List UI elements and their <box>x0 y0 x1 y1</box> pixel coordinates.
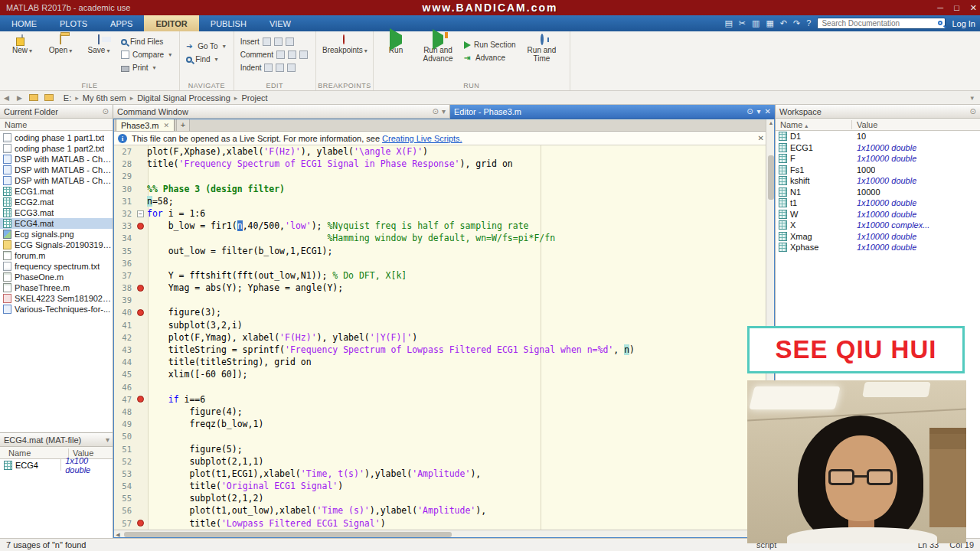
breakpoint-gutter[interactable] <box>134 480 147 492</box>
breakpoint-gutter[interactable] <box>134 331 147 344</box>
code-line[interactable]: 45 xlim([-60 60]); <box>113 368 766 380</box>
goto-button[interactable]: ➔Go To <box>186 41 226 51</box>
code-line[interactable]: 29 <box>113 170 766 182</box>
up-folder-icon[interactable] <box>44 94 54 101</box>
line-number[interactable]: 46 <box>113 381 134 393</box>
workspace-column-header[interactable]: Name▴ Value <box>776 119 980 131</box>
close-icon[interactable]: ✕ <box>970 3 977 13</box>
editor-menu-icon[interactable]: ⊙ <box>746 107 753 116</box>
ribbon-tab-home[interactable]: HOME <box>0 15 48 31</box>
close-tab-icon[interactable] <box>164 122 170 129</box>
breakpoint-gutter[interactable] <box>134 294 147 306</box>
line-number[interactable]: 39 <box>113 294 134 306</box>
code-line[interactable]: 50 <box>113 430 766 442</box>
code-line[interactable]: 40 figure(3); <box>113 306 766 318</box>
indent-left-icon[interactable] <box>287 64 296 72</box>
browse-folder-icon[interactable] <box>29 94 38 101</box>
breakpoint-gutter[interactable] <box>134 145 147 158</box>
workspace-row[interactable]: Fs11000 <box>776 165 980 176</box>
pane-menu-icon[interactable]: ⊙ <box>103 107 109 116</box>
editor-close-icon[interactable]: ✕ <box>765 107 771 116</box>
line-number[interactable]: 52 <box>113 455 134 468</box>
code-line[interactable]: 54 title('Original ECG1 Signal') <box>113 480 766 492</box>
line-number[interactable]: 36 <box>113 257 134 269</box>
file-item[interactable]: ECG2.mat <box>0 197 113 207</box>
line-number[interactable]: 48 <box>113 406 134 418</box>
ribbon-tab-apps[interactable]: APPS <box>99 15 144 31</box>
line-number[interactable]: 55 <box>113 492 134 504</box>
forward-icon[interactable]: ▶ <box>13 94 26 102</box>
code-line[interactable]: 43 titleString = sprintf('Frequency Spec… <box>113 344 766 356</box>
file-item[interactable]: DSP with MATLAB - Cha... <box>0 165 113 175</box>
file-item[interactable]: ECG1.mat <box>0 186 113 197</box>
file-item[interactable]: frequency spectrum.txt <box>0 261 113 272</box>
file-item[interactable]: DSP with MATLAB - Cha... <box>0 154 113 165</box>
code-line[interactable]: 34 %Hamming window by default, wn=W/fs=p… <box>113 232 766 244</box>
code-line[interactable]: 33 b_low = fir1(n,40/500,'low'); %Nyquis… <box>113 220 766 232</box>
code-line[interactable]: 31n=58; <box>113 195 766 207</box>
line-number[interactable]: 38 <box>113 282 134 294</box>
code-line[interactable]: 39 <box>113 294 766 306</box>
line-number[interactable]: 49 <box>113 418 134 430</box>
workspace-row[interactable]: F1x10000 double <box>776 153 980 165</box>
line-number[interactable]: 32 <box>113 207 134 220</box>
breakpoints-button[interactable]: Breakpoints <box>322 34 365 55</box>
line-number[interactable]: 51 <box>113 443 134 455</box>
breakpoint-gutter[interactable] <box>134 282 147 294</box>
file-item[interactable]: ECG Signals-20190319.zip <box>0 240 113 250</box>
run-section-button[interactable]: Run Section <box>464 40 515 50</box>
ribbon-tab-view[interactable]: VIEW <box>258 15 302 31</box>
breadcrumb-item[interactable]: My 6th sem <box>80 93 129 103</box>
workspace-value-column[interactable]: Value <box>852 120 877 129</box>
workspace-row[interactable]: kshift1x10000 double <box>776 175 980 187</box>
indent-right-icon[interactable] <box>276 64 284 72</box>
file-item[interactable]: PhaseOne.m <box>0 272 113 282</box>
search-icon[interactable] <box>938 21 942 25</box>
save-button[interactable]: Save <box>83 34 115 55</box>
line-number[interactable]: 30 <box>113 183 134 195</box>
breakpoint-gutter[interactable] <box>134 430 147 442</box>
tab-phase3[interactable]: Phase3.m <box>116 119 175 131</box>
smart-indent-icon[interactable] <box>264 64 273 72</box>
line-number[interactable]: 56 <box>113 504 134 517</box>
line-number[interactable]: 41 <box>113 319 134 331</box>
copy-icon[interactable]: ▥ <box>752 15 760 31</box>
paste-icon[interactable]: ▦ <box>766 15 773 31</box>
line-number[interactable]: 57 <box>113 517 134 530</box>
workspace-row[interactable]: ECG11x10000 double <box>776 142 980 154</box>
breakpoint-marker[interactable] <box>137 520 144 527</box>
line-number[interactable]: 27 <box>113 145 134 158</box>
breakpoint-gutter[interactable] <box>134 195 147 207</box>
code-line[interactable]: 27plot(F,Xphase),xlabel('F(Hz)'), ylabel… <box>113 145 766 158</box>
new-tab-button[interactable]: + <box>176 119 190 131</box>
breakpoint-gutter[interactable] <box>134 381 147 393</box>
help-icon[interactable]: ? <box>806 15 811 31</box>
breakpoint-gutter[interactable] <box>134 170 147 182</box>
line-number[interactable]: 54 <box>113 480 134 492</box>
code-line[interactable]: 44 title(titleString), grid on <box>113 356 766 368</box>
file-item[interactable]: coding phase 1 part2.txt <box>0 143 113 154</box>
breakpoint-gutter[interactable] <box>134 158 147 170</box>
code-line[interactable]: 28title('Frequency Spectrum of ECG1 Sign… <box>113 158 766 170</box>
breakpoint-gutter[interactable] <box>134 504 147 517</box>
code-line[interactable]: 37 Y = fftshift(fft(out_low,N1)); % Do D… <box>113 269 766 282</box>
breakpoint-gutter[interactable] <box>134 443 147 455</box>
uncomment-icon[interactable] <box>288 51 296 59</box>
line-number[interactable]: 42 <box>113 331 134 344</box>
breakpoint-gutter[interactable] <box>134 418 147 430</box>
workspace-row[interactable]: Xphase1x10000 double <box>776 242 980 253</box>
code-line[interactable]: 38 Ymag = abs(Y); Yphase = angle(Y); <box>113 282 766 294</box>
line-number[interactable]: 29 <box>113 170 134 182</box>
breakpoint-gutter[interactable] <box>134 257 147 269</box>
breakpoint-gutter[interactable] <box>134 344 147 356</box>
login-button[interactable]: Log In <box>952 19 975 28</box>
breakpoint-gutter[interactable] <box>134 269 147 282</box>
code-line[interactable]: 53 plot(t1,ECG1),xlabel('Time, t(s)'),yl… <box>113 468 766 480</box>
horizontal-scroll-thumb[interactable] <box>124 532 452 537</box>
ribbon-tab-publish[interactable]: PUBLISH <box>199 15 258 31</box>
comment-button[interactable]: Comment <box>240 50 308 60</box>
file-item[interactable]: PhaseThree.m <box>0 282 113 293</box>
breakpoint-gutter[interactable] <box>134 406 147 418</box>
file-item[interactable]: DSP with MATLAB - Cha... <box>0 175 113 186</box>
code-line[interactable]: 48 figure(4); <box>113 406 766 418</box>
